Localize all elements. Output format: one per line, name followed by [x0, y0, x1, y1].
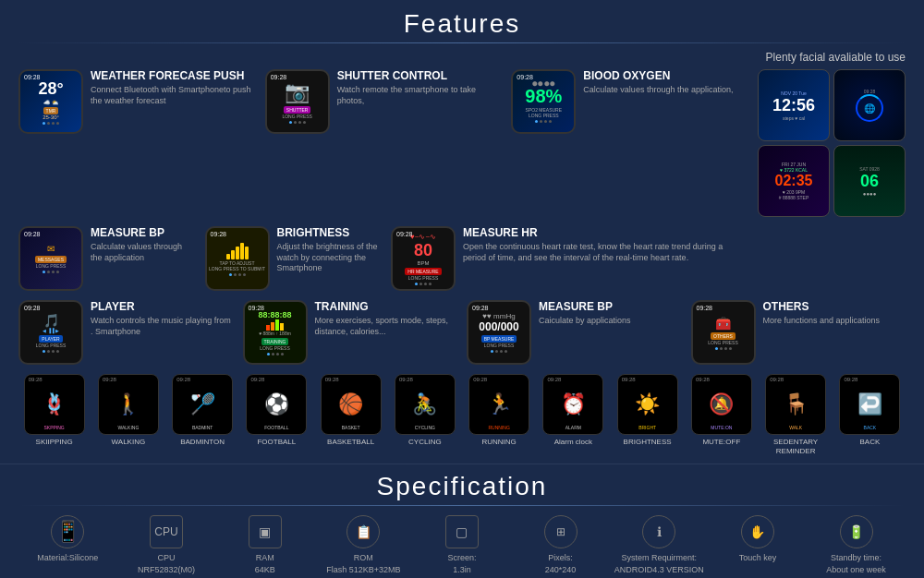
feature-row-3: 09:28 🎵 ◀ ▐▐ ▶ PLAYER LONG PRESS PLAYER … [18, 300, 906, 365]
watch-measure-bp2: 09:28 ♥♥ mmHg 000/000 BP MEASURE LONG PR… [467, 300, 531, 365]
feature-blood-text: BIOOD OXYGEN Calculate values through th… [583, 69, 733, 96]
face-preview-4: SAT 0928 06 ●●●● [833, 145, 906, 217]
weather-desc: Connect Bluetooth with Smartphoneto push… [91, 85, 256, 106]
activity-label-running: RUNNING [481, 438, 516, 447]
activity-label-cycling: CYCLING [408, 438, 442, 447]
activity-label-basketball: BASKETBALL [327, 438, 374, 447]
watch-brightness: 09:28 TAP TO ADJUST LONG PRESS TO SUBMIT [205, 226, 270, 291]
spec-standby-label: Standby time:About one week [826, 552, 886, 575]
training-desc: More exercises, sports mode, steps, dist… [315, 316, 458, 337]
activity-label-sedentary: SEDENTARY REMINDER [763, 438, 828, 455]
feature-measure-bp2: 09:28 ♥♥ mmHg 000/000 BP MEASURE LONG PR… [467, 300, 682, 365]
spec-pixels-icon: ⊞ [544, 515, 578, 548]
spec-material-label: Material:Silicone [37, 552, 98, 564]
measure-bp2-desc: Caiculate by applications [539, 316, 631, 327]
features-divider [18, 42, 906, 43]
activity-label-mute: MUTE:OFF [702, 438, 740, 447]
feature-row-1: 09:28 28° ☁️ ⛅ TMR 25-30° WEATHER FORECA… [18, 69, 906, 217]
activity-watch-cycling: 09:28 🚴 CYCLING [395, 374, 456, 435]
feature-blood: 09:28 ⬤⬤ ⬤⬤ 98% SPO2 MEASURE LONG PRESS … [511, 69, 748, 134]
activity-football: 09:28 ⚽ FOOTBALL FOOTBALL [244, 374, 309, 447]
activity-basketball: 09:28 🏀 BASKET BASKETBALL [319, 374, 383, 447]
spec-ram-icon: ▣ [249, 515, 282, 548]
face-preview-1: NOV 20 Tue 12:56 steps ♥ cal [758, 69, 830, 141]
plenty-text: Plenty facial avaliable to use [18, 51, 906, 64]
activity-badminton: 09:28 🏸 BADMINT BADMINTON [170, 374, 235, 447]
activity-watch-back: 09:28 ↩️ BACK [839, 374, 900, 435]
face-preview-2: 09:28 🌐 [833, 69, 906, 141]
measure-bp-desc: Calculate values through the application [91, 242, 196, 263]
spec-touch-icon: ✋ [741, 515, 774, 548]
blood-title: BIOOD OXYGEN [583, 69, 733, 82]
watch-others: 09:28 🧰 OTHERS LONG PRESS [691, 300, 756, 365]
spec-divider [18, 505, 906, 506]
weather-title: WEATHER FORECASE PUSH [91, 69, 256, 82]
activity-cycling: 09:28 🚴 CYCLING CYCLING [393, 374, 457, 447]
spec-items-container: 📱 Material:Silicone CPU CPUNRF52832(M0) … [18, 515, 906, 578]
activity-watch-badminton: 09:28 🏸 BADMINT [172, 374, 233, 435]
watch-measure-bp: 09:28 ✉ MESSAGES LONG PRESS [18, 226, 83, 291]
spec-material: 📱 Material:Silicone [21, 515, 114, 564]
activity-watch-sedentary: 09:28 🪑 WALK [765, 374, 826, 435]
feature-shutter: 09:28 📷 SHUTTER LONG PRESS SHUTTER CONTR… [265, 69, 503, 134]
face-preview-3: FRI 27 JUN ♥ 3722 KCAL 02:35 ♥ 203 9PM #… [758, 145, 830, 217]
spec-title: Specification [18, 472, 906, 501]
player-title: PLAYER [91, 300, 234, 313]
activity-watch-basketball: 09:28 🏀 BASKET [321, 374, 382, 435]
activity-label-badminton: BADMINTON [180, 438, 225, 447]
player-desc: Watch controls the music playing from . … [91, 316, 234, 337]
spec-rom-label: ROMFlash 512KB+32MB [326, 552, 400, 575]
spec-ram-label: RAM64KB [255, 552, 275, 575]
others-title: OTHERS [763, 300, 881, 313]
activity-running: 09:28 🏃 RUNNING RUNNING [467, 374, 531, 447]
watch-blood: 09:28 ⬤⬤ ⬤⬤ 98% SPO2 MEASURE LONG PRESS [511, 69, 576, 134]
training-title: TRAINING [315, 300, 458, 313]
activity-label-walking: WALKING [112, 438, 146, 447]
measure-hr-title: MEASURE HR [463, 226, 745, 239]
activity-mute: 09:28 🔕 MUTE:ON MUTE:OFF [689, 374, 754, 447]
activity-skipping: 09:28 🪢 SKPPING SKIIPPING [22, 374, 87, 447]
activity-watch-brightness: 09:28 ☀️ BRIGHT [617, 374, 678, 435]
feature-weather-text: WEATHER FORECASE PUSH Connect Bluetooth … [91, 69, 256, 106]
feature-player-text: PLAYER Watch controls the music playing … [91, 300, 234, 337]
watch-training: 09:28 88:88:88 ♥ 888m ↑ 188m TRAINING LO… [243, 300, 308, 365]
activity-watch-alarm: 09:28 ⏰ ALARM [542, 374, 603, 435]
watch-measure-hr: 09:28 ♥~∿~∿ 80 BPM HR MEASURE LONG PRESS [391, 226, 456, 291]
spec-system-label: System Requirment:ANDROID4.3 VERSION ori… [613, 552, 705, 578]
activity-alarm: 09:28 ⏰ ALARM Alarm clock [541, 374, 605, 447]
measure-hr-desc: Open the continuous heart rate test, kno… [463, 242, 745, 263]
feature-row-2: 09:28 ✉ MESSAGES LONG PRESS MEASURE BP C… [18, 226, 906, 291]
blood-desc: Calculate values through the application… [583, 85, 733, 96]
feature-measure-hr: 09:28 ♥~∿~∿ 80 BPM HR MEASURE LONG PRESS… [391, 226, 745, 291]
shutter-title: SHUTTER CONTROL [337, 69, 503, 82]
spec-material-icon: 📱 [51, 515, 84, 548]
activity-watch-walking: 09:28 🚶 WALKING [98, 374, 159, 435]
feature-others-text: OTHERS More functions and applications [763, 300, 881, 327]
spec-screen: ▢ Screen:1.3in [416, 515, 508, 575]
measure-bp-title: MEASURE BP [91, 226, 196, 239]
feature-training: 09:28 88:88:88 ♥ 888m ↑ 188m TRAINING LO… [243, 300, 458, 365]
spec-pixels-label: Pixels:240*240 [545, 552, 577, 575]
spec-cpu: CPU CPUNRF52832(M0) [120, 515, 213, 575]
activity-watch-mute: 09:28 🔕 MUTE:ON [691, 374, 752, 435]
spec-section: Specification 📱 Material:Silicone CPU CP… [0, 464, 924, 578]
activity-walking: 09:28 🚶 WALKING WALKING [96, 374, 161, 447]
measure-bp2-title: MEASURE BP [539, 300, 631, 313]
features-title: Features [18, 9, 906, 39]
spec-pixels: ⊞ Pixels:240*240 [515, 515, 607, 575]
spec-screen-icon: ▢ [445, 515, 479, 548]
shutter-desc: Watch remote the smartphone to take phot… [337, 85, 503, 106]
activity-watch-football: 09:28 ⚽ FOOTBALL [246, 374, 307, 435]
activity-sedentary: 09:28 🪑 WALK SEDENTARY REMINDER [763, 374, 828, 455]
feature-measure-hr-text: MEASURE HR Open the continuous heart rat… [463, 226, 745, 263]
watch-weather: 09:28 28° ☁️ ⛅ TMR 25-30° [18, 69, 83, 134]
feature-brightness-text: BRIGHTNESS Adjust the brightness of the … [277, 226, 383, 274]
spec-system-icon: ℹ [642, 515, 675, 548]
activity-watch-running: 09:28 🏃 RUNNING [468, 374, 529, 435]
right-watch-faces: NOV 20 Tue 12:56 steps ♥ cal 09:28 🌐 FRI… [758, 69, 906, 217]
feature-training-text: TRAINING More exercises, sports mode, st… [315, 300, 458, 337]
spec-cpu-label: CPUNRF52832(M0) [138, 552, 195, 575]
feature-others: 09:28 🧰 OTHERS LONG PRESS OTHERS More fu… [691, 300, 906, 365]
spec-screen-label: Screen:1.3in [447, 552, 476, 575]
spec-touch-label: Touch key [739, 552, 777, 564]
